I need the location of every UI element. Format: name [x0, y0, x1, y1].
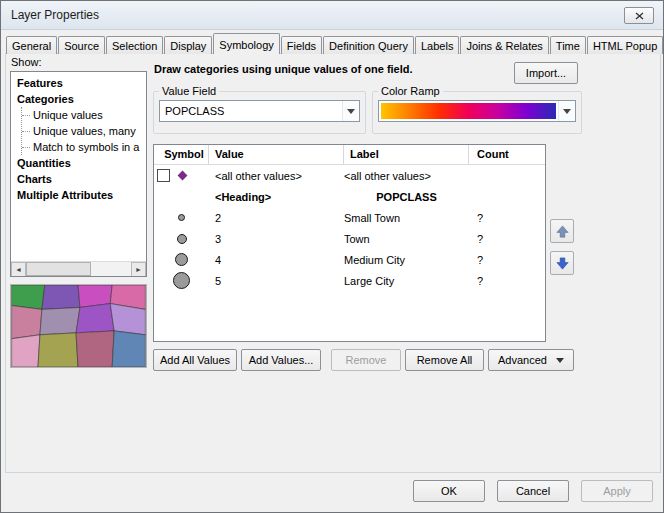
- map-preview: [10, 284, 147, 368]
- tree-horizontal-scrollbar[interactable]: ◄ ►: [11, 261, 146, 276]
- tab-definition-query[interactable]: Definition Query: [323, 36, 414, 54]
- label-cell: <all other values>: [344, 170, 469, 182]
- column-header-count[interactable]: Count: [469, 145, 545, 164]
- remove-button[interactable]: Remove: [331, 349, 401, 371]
- label-cell: Medium City: [344, 254, 469, 266]
- tab-joins-relates[interactable]: Joins & Relates: [460, 36, 548, 54]
- tree-item-quantities[interactable]: Quantities: [11, 155, 146, 171]
- table-header: Symbol Value Label Count: [154, 145, 545, 165]
- label-cell: POPCLASS: [344, 191, 469, 203]
- move-down-button[interactable]: [550, 251, 574, 275]
- value-field-value: POPCLASS: [165, 105, 342, 117]
- close-icon: [635, 12, 644, 20]
- column-header-value[interactable]: Value: [209, 145, 344, 164]
- tree-item-charts[interactable]: Charts: [11, 171, 146, 187]
- tree-branch-icon: [22, 115, 30, 116]
- categories-subtree: Unique values Unique values, many Match …: [21, 107, 146, 155]
- remove-all-button[interactable]: Remove All: [405, 349, 484, 371]
- tree-item-categories[interactable]: Categories: [11, 91, 146, 107]
- column-header-symbol[interactable]: Symbol: [154, 145, 209, 164]
- import-button[interactable]: Import...: [514, 62, 578, 84]
- table-row[interactable]: <Heading> POPCLASS: [154, 186, 545, 207]
- color-ramp-preview: [381, 103, 556, 119]
- column-header-label[interactable]: Label: [344, 145, 469, 164]
- color-ramp-dropdown-button[interactable]: [558, 101, 575, 121]
- tree-item-unique-values[interactable]: Unique values: [22, 107, 146, 123]
- table-row[interactable]: <all other values> <all other values>: [154, 165, 545, 186]
- circle-symbol-icon: [177, 234, 187, 244]
- value-cell: <Heading>: [209, 191, 344, 203]
- scroll-right-icon[interactable]: ►: [131, 262, 146, 277]
- color-ramp-group: Color Ramp: [372, 85, 582, 134]
- diamond-symbol-icon: [178, 171, 188, 181]
- tree-item-features[interactable]: Features: [11, 75, 146, 91]
- value-field-combo[interactable]: POPCLASS: [159, 100, 360, 122]
- color-ramp-label: Color Ramp: [378, 85, 443, 97]
- table-row[interactable]: 3 Town ?: [154, 228, 545, 249]
- table-row[interactable]: 2 Small Town ?: [154, 207, 545, 228]
- circle-symbol-icon: [178, 214, 185, 221]
- tree-item-match-symbols[interactable]: Match to symbols in a: [22, 139, 146, 155]
- count-cell: ?: [469, 233, 545, 245]
- tab-fields[interactable]: Fields: [281, 36, 322, 54]
- cancel-button[interactable]: Cancel: [497, 480, 569, 502]
- advanced-button[interactable]: Advanced: [488, 349, 574, 371]
- tab-symbology[interactable]: Symbology: [213, 33, 279, 54]
- value-cell: 5: [209, 275, 344, 287]
- chevron-down-icon: [556, 358, 564, 363]
- apply-button[interactable]: Apply: [581, 480, 653, 502]
- chevron-down-icon: [347, 109, 355, 114]
- circle-symbol-icon: [175, 253, 188, 266]
- panel-heading: Draw categories using unique values of o…: [154, 63, 413, 75]
- show-tree: Features Categories Unique values Unique…: [10, 71, 147, 277]
- value-field-group: Value Field POPCLASS: [153, 85, 366, 134]
- advanced-button-label: Advanced: [498, 354, 547, 366]
- scroll-left-icon[interactable]: ◄: [11, 262, 26, 277]
- count-cell: ?: [469, 254, 545, 266]
- value-field-label: Value Field: [159, 85, 219, 97]
- values-table: Symbol Value Label Count <all other valu…: [153, 144, 546, 342]
- tab-display[interactable]: Display: [164, 36, 212, 54]
- color-ramp-combo[interactable]: [378, 100, 576, 122]
- count-cell: ?: [469, 212, 545, 224]
- arrow-up-icon: [555, 224, 570, 239]
- value-cell: <all other values>: [209, 170, 344, 182]
- arrow-down-icon: [555, 256, 570, 271]
- window-title: Layer Properties: [11, 8, 99, 22]
- value-cell: 3: [209, 233, 344, 245]
- add-values-button[interactable]: Add Values...: [241, 349, 321, 371]
- value-field-dropdown-button[interactable]: [342, 101, 359, 121]
- label-cell: Town: [344, 233, 469, 245]
- tab-html-popup[interactable]: HTML Popup: [587, 36, 663, 54]
- value-cell: 2: [209, 212, 344, 224]
- symbology-panel: Show: Features Categories Unique values …: [5, 53, 661, 473]
- label-cell: Small Town: [344, 212, 469, 224]
- all-other-values-checkbox[interactable]: [157, 169, 170, 182]
- scrollbar-track[interactable]: [26, 262, 131, 276]
- titlebar[interactable]: Layer Properties: [1, 1, 663, 30]
- tab-selection[interactable]: Selection: [106, 36, 163, 54]
- circle-symbol-icon: [173, 272, 190, 289]
- show-label: Show:: [11, 56, 42, 68]
- tree-branch-icon: [22, 131, 30, 132]
- tab-source[interactable]: Source: [58, 36, 105, 54]
- tree-item-multiple-attributes[interactable]: Multiple Attributes: [11, 187, 146, 203]
- tab-general[interactable]: General: [6, 36, 57, 54]
- tab-time[interactable]: Time: [550, 36, 586, 54]
- count-cell: ?: [469, 275, 545, 287]
- close-button[interactable]: [624, 7, 654, 24]
- table-row[interactable]: 4 Medium City ?: [154, 249, 545, 270]
- tree-item-unique-values-many[interactable]: Unique values, many: [22, 123, 146, 139]
- add-all-values-button[interactable]: Add All Values: [153, 349, 237, 371]
- tab-labels[interactable]: Labels: [415, 36, 459, 54]
- label-cell: Large City: [344, 275, 469, 287]
- tab-strip: General Source Selection Display Symbolo…: [6, 33, 664, 54]
- tree-branch-icon: [22, 147, 30, 148]
- table-row[interactable]: 5 Large City ?: [154, 270, 545, 291]
- ok-button[interactable]: OK: [413, 480, 485, 502]
- move-up-button[interactable]: [550, 219, 574, 243]
- layer-properties-dialog: Layer Properties General Source Selectio…: [0, 0, 664, 513]
- chevron-down-icon: [563, 109, 571, 114]
- scrollbar-thumb[interactable]: [26, 262, 91, 276]
- value-cell: 4: [209, 254, 344, 266]
